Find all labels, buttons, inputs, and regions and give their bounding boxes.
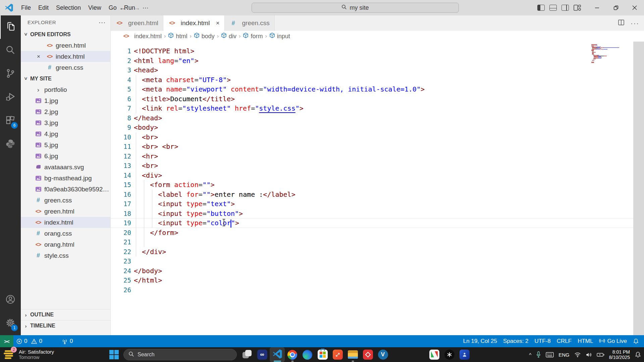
code-editor[interactable]: 1<!DOCTYPE html>2<html lang="en">3<head>… — [111, 42, 644, 335]
notification-bell-silent-icon[interactable] — [635, 351, 641, 358]
microphone-icon[interactable] — [536, 351, 541, 358]
tree-item-4.jpg[interactable]: 4.jpg — [21, 128, 110, 139]
code-line-12[interactable]: 12 <hr> — [111, 152, 644, 161]
activity-explorer[interactable] — [0, 15, 21, 39]
code-line-14[interactable]: 14 <div> — [111, 171, 644, 180]
status-indentation[interactable]: Spaces: 2 — [500, 335, 532, 347]
taskbar-app-chatgpt[interactable] — [442, 347, 457, 362]
activity-settings[interactable]: 1 — [0, 312, 21, 335]
close-button[interactable] — [625, 0, 644, 15]
code-line-13[interactable]: 13 <br> — [111, 161, 644, 171]
code-line-18[interactable]: 18 <input type="button"> — [111, 209, 644, 219]
tab-green.css[interactable]: #green.css — [225, 15, 275, 31]
code-line-5[interactable]: 5 <meta name="viewport" content="width=d… — [111, 84, 644, 94]
outline-section[interactable]: › OUTLINE — [21, 309, 110, 320]
breadcrumb-form[interactable]: form — [243, 33, 263, 40]
code-line-6[interactable]: 6 <title>Document</title> — [111, 94, 644, 104]
touch-keyboard-icon[interactable] — [546, 352, 554, 358]
open-editors-section[interactable]: ˅ OPEN EDITORS — [21, 29, 110, 40]
code-line-15[interactable]: 15 <form action=""> — [111, 180, 644, 190]
code-line-2[interactable]: 2<html lang="en"> — [111, 56, 644, 66]
status-notifications[interactable] — [630, 335, 642, 347]
tab-index.html[interactable]: <>index.html× — [163, 15, 225, 31]
tree-item-6.jpg[interactable]: 6.jpg — [21, 150, 110, 162]
activity-accounts[interactable] — [0, 288, 21, 312]
taskbar-search[interactable]: Search — [123, 349, 237, 360]
code-line-22[interactable]: 22 </div> — [111, 247, 644, 257]
timeline-section[interactable]: › TIMELINE — [21, 320, 110, 331]
workspace-folder-section[interactable]: ˅ MY SITE — [21, 73, 110, 84]
status-language-mode[interactable]: HTML — [575, 335, 596, 347]
code-line-3[interactable]: 3<head> — [111, 65, 644, 75]
breadcrumb-html[interactable]: html — [168, 33, 187, 40]
code-line-25[interactable]: 25</html> — [111, 276, 644, 285]
status-encoding[interactable]: UTF-8 — [532, 335, 554, 347]
activity-python[interactable] — [0, 133, 21, 156]
taskbar-app-app-blue-ai[interactable] — [457, 347, 472, 362]
nav-back-button[interactable]: ← — [118, 3, 127, 12]
remote-indicator[interactable]: >< — [0, 335, 13, 347]
restore-button[interactable] — [606, 0, 625, 15]
code-line-24[interactable]: 24</body> — [111, 266, 644, 276]
toggle-panel-icon[interactable] — [549, 5, 557, 11]
taskbar-app-file-explorer[interactable] — [345, 347, 360, 362]
battery-icon[interactable] — [597, 353, 604, 357]
code-line-4[interactable]: 4 <meta charset="UTF-8"> — [111, 75, 644, 85]
ports-status[interactable]: 0 — [59, 335, 76, 347]
tree-item-avataaars.svg[interactable]: avataaars.svg — [21, 162, 110, 173]
code-line-16[interactable]: 16 <label for="">enter name :</label> — [111, 190, 644, 199]
minimap[interactable] — [591, 44, 629, 64]
taskbar-app-app-colorful[interactable] — [427, 347, 442, 362]
menu-edit[interactable]: Edit — [35, 3, 52, 13]
taskbar-app-app-red-arrows[interactable]: ⤢ — [330, 347, 345, 362]
activity-extensions[interactable]: 6 — [0, 109, 21, 133]
windows-start-button[interactable] — [109, 350, 119, 360]
code-line-23[interactable]: 23 — [111, 256, 644, 266]
activity-source-control[interactable] — [0, 62, 21, 86]
code-line-10[interactable]: 10 <br> — [111, 132, 644, 142]
toggle-primary-sidebar-icon[interactable] — [537, 5, 545, 11]
tree-item-5.jpg[interactable]: 5.jpg — [21, 139, 110, 150]
problems-status[interactable]: 0 0 — [13, 335, 45, 347]
tray-clock[interactable]: 8:01 PM 8/10/2025 — [609, 349, 630, 360]
tray-chevron-up-icon[interactable]: ^ — [529, 352, 531, 358]
code-line-1[interactable]: 1<!DOCTYPE html> — [111, 46, 644, 56]
taskbar-app-microsoft-store[interactable] — [315, 347, 330, 362]
code-line-26[interactable]: 26 — [111, 285, 644, 295]
tree-item-portfolio[interactable]: ›portfolio — [21, 84, 110, 95]
menu-view[interactable]: View — [85, 3, 105, 13]
code-line-17[interactable]: 17 <input type="text"> — [111, 199, 644, 209]
more-actions-icon[interactable]: ··· — [631, 19, 639, 27]
taskbar-app-edge[interactable] — [300, 347, 315, 362]
tree-item-orang.html[interactable]: <>orang.html — [21, 239, 110, 250]
minimize-button[interactable] — [588, 0, 606, 15]
tree-item-green.css[interactable]: #green.css — [21, 195, 110, 206]
tree-item-style.css[interactable]: #style.css — [21, 250, 110, 261]
menu-file[interactable]: File — [17, 3, 35, 13]
tree-item-f0a9eab3630be95922...[interactable]: f0a9eab3630be95922... — [21, 184, 110, 195]
taskbar-app-app-blue-v[interactable]: V — [375, 347, 390, 362]
code-line-11[interactable]: 11 <br> <br> — [111, 142, 644, 152]
status-cursor-position[interactable]: Ln 19, Col 25 — [460, 335, 500, 347]
code-line-9[interactable]: 9<body> — [111, 123, 644, 132]
tree-item-1.jpg[interactable]: 1.jpg — [21, 95, 110, 106]
breadcrumb-index.html[interactable]: <>index.html — [122, 33, 162, 40]
code-line-7[interactable]: 7 <link rel="stylesheet" href="style.css… — [111, 104, 644, 113]
taskbar-app-chrome[interactable] — [285, 347, 300, 362]
tree-item-green.html[interactable]: <>green.html — [21, 206, 110, 217]
tree-item-orang.css[interactable]: #orang.css — [21, 228, 110, 239]
breadcrumb-input[interactable]: input — [269, 33, 290, 40]
explorer-more-actions-icon[interactable]: ··· — [99, 18, 106, 26]
close-icon[interactable]: × — [37, 53, 46, 60]
command-center-search[interactable]: my site — [252, 3, 459, 13]
tree-item-index.html[interactable]: <>index.html — [21, 217, 110, 228]
open-editor-green.html[interactable]: <>green.html — [21, 40, 110, 51]
taskbar-app-task-view[interactable] — [239, 347, 255, 362]
nav-forward-button[interactable]: → — [132, 3, 142, 12]
breadcrumb-body[interactable]: body — [194, 33, 215, 40]
code-line-20[interactable]: 20 </form> — [111, 228, 644, 238]
wifi-icon[interactable] — [574, 352, 581, 357]
taskbar-app-app-red-media[interactable] — [360, 347, 375, 362]
menu-selection[interactable]: Selection — [52, 3, 85, 13]
weather-widget[interactable]: 2 Air: Satisfactory Tomorrow — [3, 348, 54, 360]
